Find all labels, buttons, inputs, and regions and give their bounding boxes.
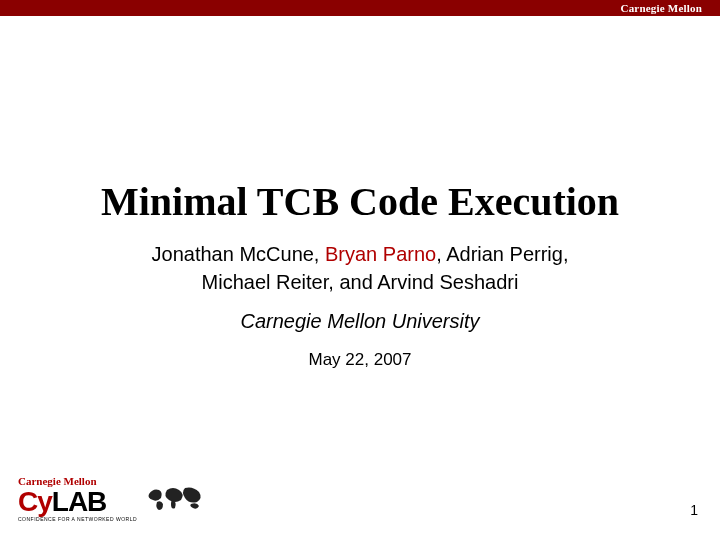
logo-tagline: CONFIDENCE FOR A NETWORKED WORLD [18, 516, 137, 522]
logo-cy: Cy [18, 486, 52, 517]
authors-block: Jonathan McCune, Bryan Parno, Adrian Per… [0, 240, 720, 296]
author-text: , Adrian Perrig, [436, 243, 568, 265]
presentation-date: May 22, 2007 [0, 350, 720, 370]
logo-main: CyLAB [18, 489, 137, 514]
authors-line1: Jonathan McCune, Bryan Parno, Adrian Per… [0, 240, 720, 268]
slide-title: Minimal TCB Code Execution [0, 178, 720, 225]
affiliation: Carnegie Mellon University [0, 310, 720, 333]
page-number: 1 [690, 502, 698, 518]
author-text: Jonathan McCune, [152, 243, 325, 265]
world-map-icon [147, 484, 203, 516]
authors-line2: Michael Reiter, and Arvind Seshadri [0, 268, 720, 296]
footer-logo: Carnegie Mellon CyLAB CONFIDENCE FOR A N… [18, 476, 203, 522]
cylab-logo: Carnegie Mellon CyLAB CONFIDENCE FOR A N… [18, 476, 137, 522]
header-brand: Carnegie Mellon [620, 0, 702, 16]
header-bar: Carnegie Mellon [0, 0, 720, 16]
author-highlight: Bryan Parno [325, 243, 436, 265]
logo-lab: LAB [52, 486, 107, 517]
